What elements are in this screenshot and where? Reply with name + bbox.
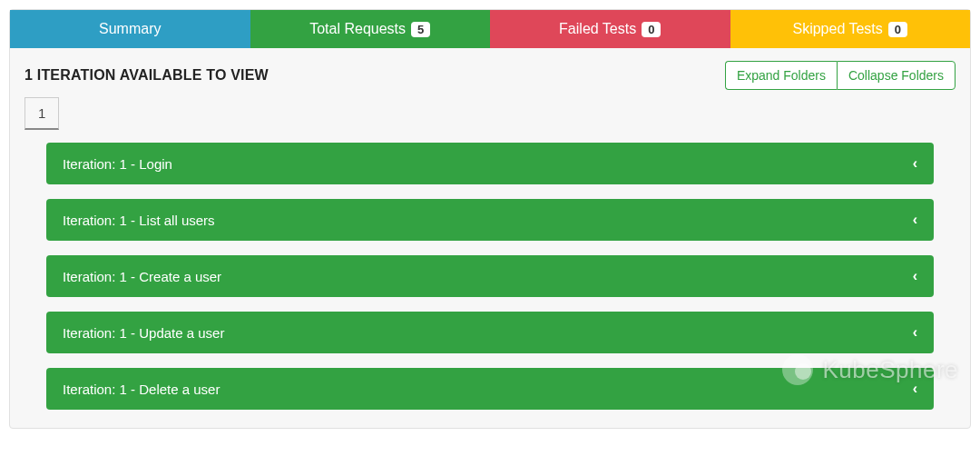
tab-total-requests[interactable]: Total Requests 5: [250, 10, 491, 48]
iteration-row[interactable]: Iteration: 1 - List all users ‹: [46, 199, 934, 241]
iteration-tab-1[interactable]: 1: [24, 97, 59, 130]
iteration-row-label: Iteration: 1 - List all users: [63, 213, 215, 228]
iteration-row[interactable]: Iteration: 1 - Create a user ‹: [46, 255, 934, 297]
iteration-row-label: Iteration: 1 - Delete a user: [63, 382, 220, 397]
tab-total-label: Total Requests: [309, 21, 406, 37]
iteration-row-label: Iteration: 1 - Update a user: [63, 325, 224, 341]
iteration-heading: 1 ITERATION AVAILABLE TO VIEW: [24, 67, 269, 84]
iteration-tabs: 1: [10, 97, 970, 130]
iteration-row[interactable]: Iteration: 1 - Login ‹: [46, 143, 934, 184]
folder-buttons: Expand Folders Collapse Folders: [725, 61, 956, 90]
iteration-row-label: Iteration: 1 - Create a user: [63, 269, 221, 284]
chevron-left-icon: ‹: [913, 381, 917, 397]
collapse-folders-button[interactable]: Collapse Folders: [837, 61, 956, 90]
expand-folders-button[interactable]: Expand Folders: [725, 61, 837, 90]
iteration-row[interactable]: Iteration: 1 - Update a user ‹: [46, 312, 934, 353]
report-panel: Summary Total Requests 5 Failed Tests 0 …: [9, 9, 971, 429]
chevron-left-icon: ‹: [913, 212, 917, 228]
iteration-row[interactable]: Iteration: 1 - Delete a user ‹: [46, 368, 934, 410]
total-requests-badge: 5: [411, 22, 430, 37]
tab-skipped-label: Skipped Tests: [792, 21, 882, 37]
iteration-row-label: Iteration: 1 - Login: [63, 156, 172, 172]
chevron-left-icon: ‹: [913, 268, 917, 284]
skipped-tests-badge: 0: [888, 22, 907, 37]
header-row: 1 ITERATION AVAILABLE TO VIEW Expand Fol…: [10, 48, 970, 97]
tab-failed-label: Failed Tests: [559, 21, 636, 37]
tab-failed-tests[interactable]: Failed Tests 0: [490, 10, 730, 48]
tab-skipped-tests[interactable]: Skipped Tests 0: [730, 10, 971, 48]
iteration-rows: Iteration: 1 - Login ‹ Iteration: 1 - Li…: [10, 130, 970, 428]
chevron-left-icon: ‹: [913, 155, 917, 172]
failed-tests-badge: 0: [642, 22, 661, 37]
chevron-left-icon: ‹: [913, 324, 917, 341]
top-tabs: Summary Total Requests 5 Failed Tests 0 …: [10, 10, 970, 48]
tab-summary-label: Summary: [99, 21, 161, 37]
tab-summary[interactable]: Summary: [10, 10, 250, 48]
